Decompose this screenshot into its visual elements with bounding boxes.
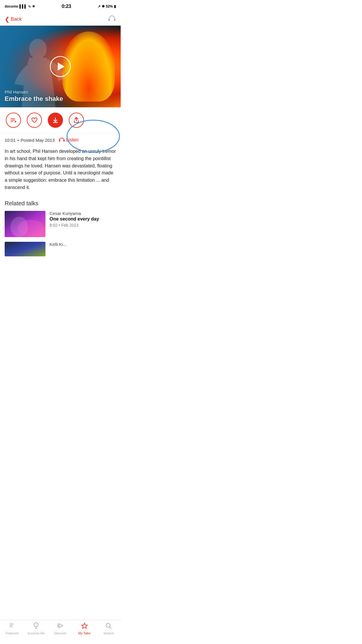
talk-posted-date: Posted May 2013 — [21, 138, 55, 143]
status-time: 0:23 — [62, 4, 71, 9]
talk-description: In art school, Phil Hansen developed an … — [0, 145, 121, 197]
bluetooth-icon: ✱ — [102, 4, 105, 8]
status-bar: docomo ▌▌▌ ∿ ✳ 0:23 ↗ ✱ 52% ▮ — [0, 0, 121, 13]
hero-title: Embrace the shake — [5, 95, 63, 103]
download-button[interactable] — [48, 113, 63, 128]
signal-icon: ▌▌▌ — [20, 4, 27, 8]
location-icon: ↗ — [98, 4, 101, 8]
back-chevron-icon: ❮ — [5, 16, 10, 23]
talk-duration: 10:01 — [5, 138, 16, 143]
listen-label: Listen — [66, 137, 79, 143]
back-label: Back — [11, 16, 22, 22]
related-thumb-1 — [5, 211, 45, 237]
meta-section: 10:01 • Posted May 2013 Listen — [0, 133, 121, 145]
svg-rect-1 — [114, 19, 115, 21]
action-row — [0, 107, 121, 133]
back-button[interactable]: ❮ Back — [5, 16, 22, 23]
svg-rect-0 — [108, 19, 110, 21]
related-speaker-2: Kelli Ki... — [50, 242, 116, 247]
status-right: ↗ ✱ 52% ▮ — [98, 4, 116, 8]
related-title: Related talks — [5, 200, 116, 207]
related-info-2: Kelli Ki... — [50, 242, 116, 247]
play-button[interactable] — [50, 56, 71, 77]
hero-speaker: Phil Hansen — [5, 90, 63, 94]
favorite-button[interactable] — [27, 113, 42, 128]
svg-rect-17 — [5, 242, 45, 256]
related-meta-1: 8:02 • Feb 2013 — [50, 223, 116, 228]
related-item[interactable]: Cesar Kuriyama One second every day 8:02… — [5, 211, 116, 237]
nav-bar: ❮ Back — [0, 13, 121, 26]
svg-point-16 — [18, 220, 44, 237]
related-item-2[interactable]: Kelli Ki... — [5, 242, 116, 256]
share-button[interactable] — [69, 113, 84, 128]
battery-icon: ▮ — [114, 4, 116, 8]
hero-text: Phil Hansen Embrace the shake — [5, 90, 63, 103]
svg-point-2 — [29, 39, 47, 59]
carrier-text: docomo — [5, 4, 18, 8]
battery-text: 52% — [106, 4, 113, 8]
svg-rect-12 — [63, 140, 64, 141]
playlist-button[interactable] — [6, 113, 21, 128]
asterisk-icon: ✳ — [32, 4, 35, 8]
status-left: docomo ▌▌▌ ∿ ✳ — [5, 4, 35, 8]
related-speaker-1: Cesar Kuriyama — [50, 211, 116, 216]
related-section: Related talks Cesar K — [0, 197, 121, 256]
listen-icon — [59, 137, 65, 143]
svg-rect-11 — [59, 140, 60, 141]
hero-image: Phil Hansen Embrace the shake — [0, 26, 121, 107]
wifi-icon: ∿ — [28, 4, 31, 8]
meta-separator: • — [17, 138, 19, 143]
listen-button[interactable]: Listen — [59, 137, 79, 143]
related-thumb-2 — [5, 242, 45, 256]
headphones-icon[interactable] — [108, 15, 116, 23]
related-info-1: Cesar Kuriyama One second every day 8:02… — [50, 211, 116, 228]
related-talk-title-1: One second every day — [50, 216, 116, 222]
meta-row: 10:01 • Posted May 2013 Listen — [0, 133, 121, 145]
play-icon — [58, 62, 65, 71]
